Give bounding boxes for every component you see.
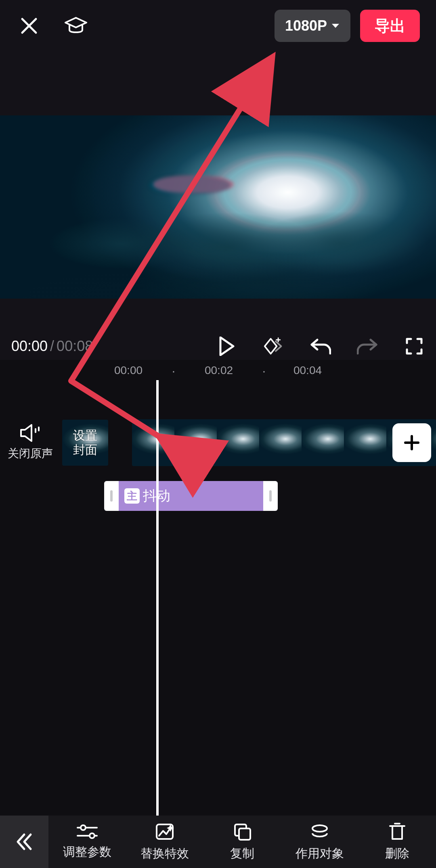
svg-point-1: [90, 833, 94, 838]
effect-type-icon: 主: [124, 488, 140, 504]
redo-icon: [357, 337, 378, 355]
tool-copy[interactable]: 复制: [203, 822, 281, 862]
preview-area[interactable]: [0, 52, 436, 362]
close-button[interactable]: [16, 13, 42, 39]
clip-frame: [344, 419, 386, 466]
close-icon: [20, 17, 38, 35]
resolution-label: 1080P: [285, 17, 327, 34]
toolbar-back-button[interactable]: [0, 816, 48, 868]
current-time: 00:00: [11, 338, 48, 355]
chevron-down-icon: [331, 23, 340, 29]
ruler-tick: 00:00: [114, 364, 143, 377]
svg-rect-4: [239, 828, 250, 840]
tool-label: 作用对象: [296, 845, 344, 862]
play-button[interactable]: [216, 336, 237, 357]
timeline-panel[interactable]: 00:00 · 00:02 · 00:04 关闭原声 设置 封面: [0, 360, 436, 816]
graduation-cap-icon: [65, 16, 87, 36]
trash-icon: [388, 822, 406, 841]
layers-icon: [310, 822, 329, 841]
top-bar-right: 1080P 导出: [275, 10, 420, 42]
export-label: 导出: [375, 16, 405, 36]
playhead[interactable]: [156, 380, 159, 816]
clip-frame: [217, 419, 259, 466]
undo-icon: [310, 337, 331, 355]
tool-label: 调整参数: [63, 844, 111, 860]
clip-frame: [174, 419, 217, 466]
tool-replace-effect[interactable]: 替换特效: [126, 822, 203, 862]
keyframe-add-icon: [263, 337, 284, 356]
clip-handle-right[interactable]: [269, 490, 272, 502]
ruler-tick: 00:02: [205, 364, 233, 377]
ruler-tick: 00:04: [293, 364, 322, 377]
player-controls: [216, 336, 425, 357]
play-icon: [219, 337, 235, 356]
time-ruler[interactable]: 00:00 · 00:02 · 00:04: [0, 360, 436, 379]
tool-delete[interactable]: 删除: [358, 822, 436, 862]
fullscreen-icon: [405, 337, 423, 355]
tool-apply-target[interactable]: 作用对象: [281, 822, 358, 862]
resolution-button[interactable]: 1080P: [275, 10, 350, 42]
speaker-icon: [19, 424, 41, 442]
keyframe-button[interactable]: [263, 336, 284, 357]
effect-clip[interactable]: 主 抖动: [104, 481, 278, 511]
video-clip[interactable]: [132, 419, 436, 466]
bottom-toolbar: 调整参数 替换特效 复制 作用对象 删除: [0, 816, 436, 868]
tool-label: 复制: [230, 845, 254, 862]
time-display: 00:00 / 00:08: [11, 338, 93, 355]
copy-icon: [233, 822, 252, 841]
tool-label: 替换特效: [140, 845, 189, 862]
tutorial-button[interactable]: [63, 13, 89, 39]
clip-frame: [132, 419, 174, 466]
cover-label: 设置 封面: [73, 428, 97, 457]
sparkle-image-icon: [155, 822, 174, 841]
tool-adjust-params[interactable]: 调整参数: [48, 824, 126, 860]
total-time: 00:08: [57, 338, 93, 355]
clip-frame: [259, 419, 302, 466]
main-track-row: 关闭原声 设置 封面: [0, 416, 436, 469]
preview-frame: [0, 115, 436, 299]
export-button[interactable]: 导出: [360, 10, 420, 42]
clip-handle-left[interactable]: [110, 490, 113, 502]
player-bar: 00:00 / 00:08: [0, 333, 436, 360]
sliders-icon: [76, 824, 99, 840]
top-bar-left: [16, 13, 89, 39]
fullscreen-button[interactable]: [404, 336, 425, 357]
chevrons-left-icon: [16, 833, 32, 851]
add-clip-button[interactable]: [392, 423, 431, 462]
svg-point-5: [312, 825, 327, 832]
svg-point-0: [81, 825, 86, 830]
tool-label: 删除: [385, 845, 409, 862]
set-cover-button[interactable]: 设置 封面: [62, 420, 108, 466]
undo-button[interactable]: [310, 336, 331, 357]
redo-button[interactable]: [357, 336, 378, 357]
mute-label: 关闭原声: [8, 446, 53, 461]
top-bar: 1080P 导出: [0, 0, 436, 52]
clip-frame: [302, 419, 344, 466]
plus-icon: [403, 434, 421, 452]
effect-track-row: 主 抖动: [0, 481, 436, 511]
mute-original-audio-button[interactable]: 关闭原声: [0, 424, 61, 461]
